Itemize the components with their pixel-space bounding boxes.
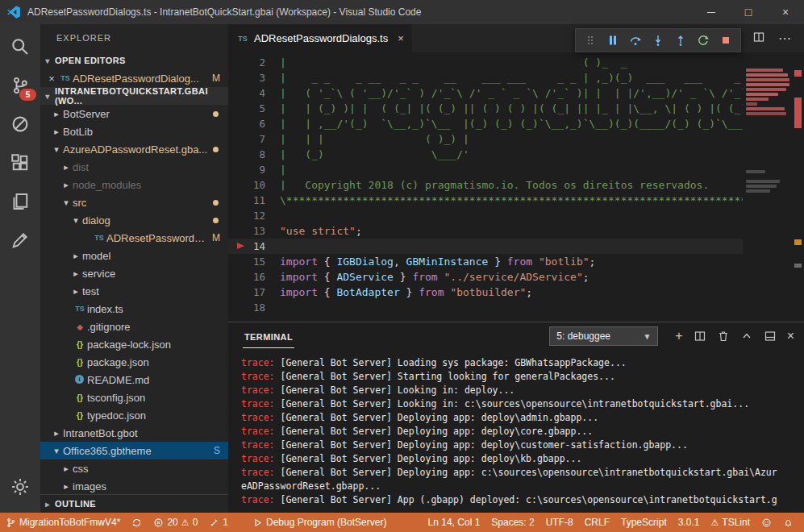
tree-item-package-lock-json[interactable]: {}package-lock.json [40,335,228,353]
encoding-status[interactable]: UTF-8 [540,513,579,532]
activity-source-control[interactable]: 5 [0,66,40,105]
tools-status[interactable]: 1 [203,513,234,532]
tree-item-azureadpasswordreset-gba-[interactable]: ▾AzureADPasswordReset.gba... [40,140,228,158]
code-line-17[interactable]: 17import { BotAdapter } from "botbuilder… [228,285,804,300]
terminal-selector[interactable]: 5: debuggee ▼ [549,326,658,346]
step-into-button[interactable] [648,31,669,50]
code-line-10[interactable]: 10| Copyright 2018 (c) pragmatismo.io. T… [228,177,804,193]
tab-terminal[interactable]: TERMINAL [243,325,294,348]
code-line-9[interactable]: 9| | [228,162,804,177]
code-line-2[interactable]: 2| ( )_ _ | [228,55,804,70]
step-out-button[interactable] [670,31,691,50]
code-line-8[interactable]: 8| (_) \___/' | [228,147,804,162]
minimap[interactable] [743,52,793,322]
close-button[interactable]: × [767,0,804,24]
tree-item-test[interactable]: ▸test [40,282,228,300]
panel-layout-button[interactable] [764,330,777,343]
code-line-6[interactable]: 6| | ,__/'(_) `\__,_)`\__ |(_) (_) (_)`\… [228,116,804,131]
code-editor[interactable]: 2| ( )_ _ |3| _ _ _ __ _ _ __ ___ ___ _ … [228,52,804,322]
code-line-12[interactable]: 12 [228,208,804,223]
feedback-button[interactable] [756,513,777,532]
code-line-14[interactable]: 14 [228,239,804,254]
tree-item-readme-md[interactable]: iREADME.md [40,371,228,389]
tree-item--gitignore[interactable]: ◆.gitignore [40,318,228,335]
new-terminal-button[interactable]: + [675,330,682,343]
split-editor-icon[interactable] [752,31,765,47]
line-number[interactable]: 13 [228,223,280,239]
close-panel-button[interactable]: × [787,330,794,343]
cursor-position-status[interactable]: Ln 14, Col 1 [423,513,486,532]
line-number[interactable]: 8 [228,147,280,162]
minimize-button[interactable]: ─ [693,0,730,24]
tree-item-package-json[interactable]: {}package.json [40,353,228,371]
more-actions-icon[interactable]: ⋯ [778,32,791,45]
split-terminal-button[interactable] [694,330,706,343]
restart-button[interactable] [693,31,714,50]
activity-search[interactable] [0,27,40,66]
activity-edit[interactable] [0,221,40,260]
tree-item-botserver[interactable]: ▸BotServer [40,105,228,123]
maximize-panel-button[interactable] [740,330,753,343]
code-line-5[interactable]: 5| | (_) )| | ( (_| |( (_) || ( ) ( ) |(… [228,101,804,116]
line-number[interactable]: 7 [228,131,280,147]
line-number[interactable]: 17 [228,285,280,300]
tab-adresetpassworddialogs-ts[interactable]: TS ADResetPasswordDialogs.ts × [228,24,412,52]
close-icon[interactable]: × [398,32,404,44]
line-number[interactable]: 14 [228,239,280,254]
line-number[interactable]: 16 [228,269,280,285]
debug-status[interactable]: Debug Program (BotServer) [247,513,392,532]
tree-item-src[interactable]: ▾src [40,193,228,211]
code-line-7[interactable]: 7| | | ( )_) | | [228,131,804,147]
version-status[interactable]: 3.0.1 [673,513,706,532]
open-editor-item[interactable]: × TS ADResetPasswordDialog... M [40,69,228,87]
git-branch-status[interactable]: MigrationToBotFmwV4* [0,513,126,532]
code-line-3[interactable]: 3| _ _ _ __ _ _ __ ___ ___ _ _ | ,_)(_) … [228,70,804,85]
tree-item-model[interactable]: ▸model [40,247,228,264]
problems-status[interactable]: 20 ⚠ 0 [148,513,203,532]
line-number[interactable]: 5 [228,101,280,116]
code-line-16[interactable]: 16import { ADService } from "../service/… [228,269,804,285]
line-number[interactable]: 18 [228,300,280,315]
code-line-11[interactable]: 11\*************************************… [228,193,804,208]
tree-item-css[interactable]: ▸css [40,459,228,477]
line-number[interactable]: 12 [228,208,280,223]
indentation-status[interactable]: Spaces: 2 [485,513,539,532]
tree-item-intranetbot-gbot[interactable]: ▸IntranetBot.gbot [40,424,228,442]
close-icon[interactable]: × [45,73,58,85]
line-number[interactable]: 15 [228,254,280,269]
outline-header[interactable]: ▸ OUTLINE [40,494,228,513]
notifications-button[interactable] [777,513,799,532]
settings-button[interactable] [0,468,40,506]
tree-item-node-modules[interactable]: ▸node_modules [40,176,228,193]
language-status[interactable]: TypeScript [615,513,673,532]
terminal-output[interactable]: trace: [General Bot Server] Loading sys … [228,350,804,513]
code-line-4[interactable]: 4| ( '_`\ ( '__)/'_` ) /'_`\ /' _ ` _ `\… [228,85,804,101]
line-number[interactable]: 4 [228,85,280,101]
drag-handle-icon[interactable] [580,31,601,50]
tree-item-dialog[interactable]: ▾dialog [40,211,228,229]
stop-button[interactable] [715,31,736,50]
tree-item-service[interactable]: ▸service [40,264,228,282]
line-number[interactable]: 2 [228,55,280,70]
tslint-status[interactable]: ⚠ TSLint [705,513,756,532]
code-line-15[interactable]: 15import { IGBDialog, GBMinInstance } fr… [228,254,804,269]
code-line-18[interactable]: 18 [228,300,804,315]
workspace-header[interactable]: ▾ INTRANETBOTQUICKSTART.GBAI (WO... [40,87,228,105]
pause-button[interactable] [602,31,623,50]
eol-status[interactable]: CRLF [579,513,615,532]
sync-button[interactable] [126,513,148,532]
activity-extensions[interactable] [0,143,40,182]
line-number[interactable]: 10 [228,177,280,193]
open-editors-header[interactable]: ▾ OPEN EDITORS [40,52,228,69]
line-number[interactable]: 9 [228,162,280,177]
activity-debug[interactable] [0,105,40,143]
line-number[interactable]: 3 [228,70,280,85]
tree-item-typedoc-json[interactable]: {}typedoc.json [40,406,228,424]
tree-item-dist[interactable]: ▸dist [40,158,228,176]
line-number[interactable]: 11 [228,193,280,208]
step-over-button[interactable] [625,31,646,50]
activity-files[interactable] [0,182,40,221]
tree-item-images[interactable]: ▸images [40,477,228,494]
line-number[interactable]: 6 [228,116,280,131]
tree-item-index-ts[interactable]: TSindex.ts [40,300,228,318]
